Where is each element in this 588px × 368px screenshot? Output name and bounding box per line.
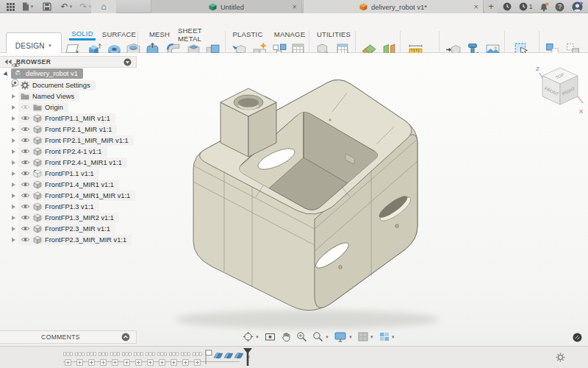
status-badge-icon[interactable] (573, 333, 582, 344)
timeline-component-marker[interactable] (169, 350, 179, 366)
visibility-eye-off-icon[interactable] (21, 104, 30, 110)
close-tab-icon[interactable]: × (293, 2, 297, 11)
viewports-icon[interactable]: ▼ (379, 332, 395, 342)
browser-row[interactable]: Named Views (12, 91, 79, 102)
display-settings-icon[interactable]: ▼ (334, 332, 353, 342)
ribbon-tab-utilities[interactable]: UTILITIES (316, 28, 351, 40)
notifications-bell-icon[interactable] (537, 0, 551, 13)
browser-row[interactable]: Front FP2.1_MIR_MIR v1:1 (12, 135, 134, 146)
expand-arrow-icon[interactable] (4, 71, 10, 77)
undo-icon[interactable]: ↶▼ (59, 0, 75, 13)
ribbon-tab-solid[interactable]: SOLID (69, 28, 96, 40)
grid-display-icon[interactable]: ▼ (358, 332, 374, 342)
expand-arrow-icon[interactable] (12, 94, 15, 99)
comments-bar[interactable]: COMMENTS (0, 330, 137, 344)
look-at-icon[interactable] (265, 332, 276, 342)
expand-arrow-icon[interactable] (12, 149, 15, 154)
browser-row-root[interactable]: delivery_robot v1 (4, 68, 83, 79)
browser-row[interactable]: FrontFP1.4_MIR1_MIR v1:1 (12, 190, 135, 201)
timeline-component-marker[interactable] (146, 350, 155, 366)
recent-files-icon[interactable] (501, 0, 514, 13)
folder-icon (33, 104, 42, 111)
orbit-icon[interactable]: ▼ (243, 331, 259, 342)
expand-arrow-icon[interactable] (12, 83, 15, 88)
pan-hand-icon[interactable] (281, 331, 291, 342)
visibility-eye-icon[interactable] (21, 203, 30, 210)
browser-row[interactable]: FrontFP1.3_MIR2 v1:1 (12, 212, 119, 223)
visibility-eye-icon[interactable] (21, 225, 30, 232)
timeline-group-flag-icon[interactable] (204, 349, 213, 367)
home-tab-icon[interactable]: ⌂ (91, 0, 116, 13)
expand-comments-icon[interactable] (121, 333, 130, 342)
ribbon-tab-manage[interactable]: MANAGE (273, 28, 306, 40)
account-avatar[interactable] (570, 0, 584, 13)
expand-arrow-icon[interactable] (12, 238, 15, 242)
browser-row[interactable]: FrontFP1.1_MIR v1:1 (12, 113, 115, 124)
close-tab-icon[interactable]: × (474, 2, 478, 11)
expand-arrow-icon[interactable] (12, 160, 15, 165)
panel-display-icon[interactable] (123, 58, 132, 66)
browser-row[interactable]: FrontFP1.3 v1:1 (12, 201, 99, 212)
timeline-component-marker[interactable] (134, 350, 143, 366)
browser-row[interactable]: Origin (12, 102, 68, 113)
fusion360-app: { "titlebar": { "tabs": [ {"label": "Unt… (0, 0, 588, 368)
timeline-component-marker[interactable] (122, 350, 132, 366)
expand-arrow-icon[interactable] (12, 216, 15, 220)
version-history-icon[interactable]: 1 (516, 0, 535, 13)
timeline-component-marker[interactable] (157, 350, 167, 366)
visibility-eye-icon[interactable] (21, 159, 30, 166)
document-tab-untitled[interactable]: Untitled × (151, 0, 302, 13)
component-icon (33, 202, 42, 211)
zoom-fit-icon[interactable] (296, 331, 307, 342)
visibility-eye-icon[interactable] (21, 115, 30, 121)
timeline-component-marker[interactable] (87, 350, 96, 366)
visibility-eye-icon[interactable] (21, 137, 30, 144)
browser-row[interactable]: FrontFP1.4_MIR1 v1:1 (12, 179, 119, 190)
ribbon-tab-plastic[interactable]: PLASTIC (232, 28, 263, 40)
visibility-eye-icon[interactable] (21, 192, 30, 199)
zoom-window-icon[interactable]: ▼ (312, 331, 329, 342)
expand-arrow-icon[interactable] (12, 227, 15, 231)
navigation-bar: ▼ ▼ ▼ ▼ ▼ (243, 330, 395, 343)
browser-row[interactable]: FrontFP2.3_MIR_MIR v1:1 (12, 234, 132, 245)
expand-arrow-icon[interactable] (12, 205, 15, 209)
expand-arrow-icon[interactable] (12, 127, 15, 132)
visibility-eye-icon[interactable] (21, 170, 30, 177)
browser-row[interactable]: FrontFP1.1 v1:1 (12, 168, 99, 179)
visibility-eye-icon[interactable] (21, 181, 30, 188)
ribbon-tab-sheet-metal[interactable]: SHEET METAL (178, 28, 226, 40)
ribbon-tab-mesh[interactable]: MESH (147, 28, 172, 40)
timeline-component-marker[interactable] (193, 350, 202, 366)
visibility-eye-icon[interactable] (21, 214, 30, 221)
expand-arrow-icon[interactable] (12, 183, 15, 187)
expand-arrow-icon[interactable] (12, 116, 15, 121)
browser-row[interactable]: FrontFP2.3_MIR v1:1 (12, 223, 115, 234)
document-tab-delivery-robot[interactable]: delivery_robot v1* × (303, 0, 484, 13)
app-grid-icon[interactable] (4, 0, 16, 13)
timeline-component-marker[interactable] (110, 350, 120, 366)
timeline-settings-gear-icon[interactable] (556, 353, 565, 364)
expand-arrow-icon[interactable] (12, 138, 15, 143)
new-tab-icon[interactable]: + (484, 0, 498, 13)
ribbon-tab-surface[interactable]: SURFACE (101, 28, 137, 40)
viewcube[interactable]: Z TOP FRONT RIGHT X (534, 62, 587, 119)
expand-arrow-icon[interactable] (12, 171, 15, 176)
file-menu-icon[interactable]: ▼ (21, 0, 35, 13)
browser-row[interactable]: Front FP2.1_MIR v1:1 (12, 124, 117, 135)
timeline-component-marker[interactable] (181, 350, 190, 366)
visibility-eye-icon[interactable] (11, 62, 21, 68)
timeline-component-marker[interactable] (75, 350, 85, 366)
timeline-playhead[interactable] (243, 348, 253, 368)
expand-arrow-icon[interactable] (12, 194, 15, 198)
visibility-eye-icon[interactable] (21, 236, 30, 243)
browser-row[interactable]: Document Settings (12, 79, 96, 91)
save-icon[interactable] (41, 0, 53, 13)
visibility-eye-icon[interactable] (21, 126, 30, 132)
timeline-component-marker[interactable] (98, 350, 108, 366)
visibility-eye-icon[interactable] (21, 148, 30, 155)
help-icon[interactable]: ? (553, 0, 566, 13)
browser-row[interactable]: Front FP2.4-1 v1:1 (12, 146, 107, 157)
timeline-component-marker[interactable] (63, 350, 73, 366)
expand-arrow-icon[interactable] (12, 105, 15, 110)
browser-row[interactable]: Front FP2.4-1_MIR1 v1:1 (12, 157, 127, 168)
